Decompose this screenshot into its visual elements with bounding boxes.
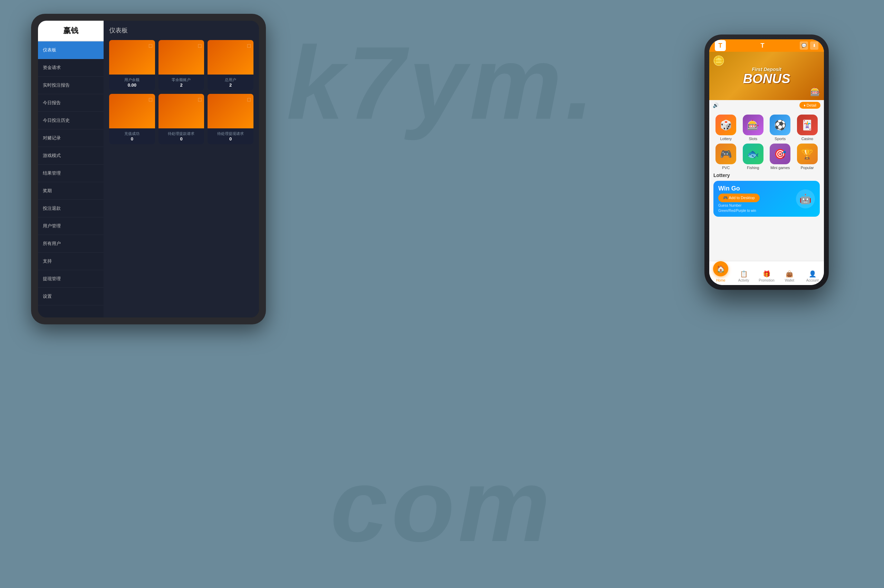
category-pvc[interactable]: 🎮 PVC: [713, 144, 739, 170]
lottery-icon: 🎲: [716, 115, 736, 135]
banner-chips-icon: 🎰: [810, 87, 821, 97]
sidebar-item-dashboard[interactable]: 仪表板: [38, 41, 104, 59]
card-orange-bg: [207, 94, 254, 128]
phone-status-bar: T T 💬 ⬇: [709, 39, 824, 52]
card-bottom: 零余额账户 2: [158, 75, 204, 90]
card-label: 待处理提款请求: [162, 131, 201, 136]
category-fishing[interactable]: 🐟 Fishing: [741, 144, 766, 170]
popular-icon: 🏆: [797, 144, 818, 164]
speaker-icon[interactable]: 🔊: [713, 102, 719, 108]
sidebar-item-today-history[interactable]: 今日投注历史: [38, 112, 104, 129]
wallet-label: Wallet: [785, 279, 794, 282]
promotion-label: Promotion: [759, 279, 774, 282]
slots-label: Slots: [749, 136, 757, 141]
wingo-title: Win Go: [718, 185, 760, 192]
nav-wallet[interactable]: 👜 Wallet: [778, 270, 801, 282]
card-value: 2: [162, 82, 201, 88]
category-popular[interactable]: 🏆 Popular: [795, 144, 820, 170]
casino-label: Casino: [801, 136, 813, 141]
phone-banner: 🪙 First Deposit BONUS 🎰: [709, 52, 824, 100]
card-value: 0.00: [113, 82, 152, 88]
category-lottery[interactable]: 🎲 Lottery: [713, 115, 739, 141]
card-bottom: 总用户 2: [207, 75, 254, 90]
card-bottom: 待处理提现请求 0: [207, 128, 254, 144]
sidebar-item-user-mgmt[interactable]: 用户管理: [38, 218, 104, 235]
mini-games-label: Mini games: [770, 166, 790, 170]
card-value: 2: [211, 82, 250, 88]
pvc-icon: 🎮: [716, 144, 736, 164]
nav-promotion[interactable]: 🎁 Promotion: [755, 270, 778, 282]
sidebar-item-settings[interactable]: 设置: [38, 288, 104, 305]
card-recharge-success: 充值成功 0: [109, 94, 155, 144]
category-mini[interactable]: 🎯 Mini games: [768, 144, 793, 170]
nav-activity[interactable]: 📋 Activity: [732, 270, 755, 282]
sidebar-item-all-users[interactable]: 所有用户: [38, 235, 104, 253]
card-value: 0: [113, 136, 152, 141]
card-zero-balance: 零余额账户 2: [158, 40, 204, 90]
sidebar-item-result-mgmt[interactable]: 结果管理: [38, 165, 104, 182]
mini-games-icon: 🎯: [770, 144, 791, 164]
detail-button[interactable]: ♦ Detail: [800, 102, 821, 109]
card-total-users: 总用户 2: [207, 40, 254, 90]
app-name: T: [761, 42, 765, 50]
lottery-section-title: Lottery: [713, 172, 820, 178]
tablet-main: 仪表板 用户余额 0.00 零余额账户 2: [104, 21, 259, 318]
phone: T T 💬 ⬇ 🪙 First Deposit BONUS 🎰 🔊 ♦ Deta…: [704, 34, 829, 290]
card-orange-bg: [109, 40, 155, 75]
sidebar-item-bet-record[interactable]: 对赌记录: [38, 129, 104, 147]
game-categories-row1: 🎲 Lottery 🎰 Slots ⚽ Sports 🃏 Casino: [712, 113, 821, 142]
game-categories-row2: 🎮 PVC 🐟 Fishing 🎯 Mini games 🏆 Popular: [712, 142, 821, 171]
card-pending-withdraw: 待处理提款请求 0: [158, 94, 204, 144]
banner-controls: 🔊 ♦ Detail: [709, 100, 824, 110]
banner-text: First Deposit BONUS: [743, 67, 790, 85]
card-orange-bg: [109, 94, 155, 128]
home-button-icon[interactable]: 🏠: [713, 261, 728, 276]
nav-account[interactable]: 👤 Account: [801, 270, 824, 282]
card-user-balance: 用户余额 0.00: [109, 40, 155, 90]
download-icon[interactable]: ⬇: [810, 41, 818, 50]
sidebar-item-realtime-report[interactable]: 实时投注报告: [38, 76, 104, 94]
lottery-wingo-card[interactable]: Win Go 🎮 Add to Desktop Guess Number Gre…: [713, 181, 820, 217]
lottery-label: Lottery: [720, 136, 732, 141]
lottery-section: Lottery Win Go 🎮 Add to Desktop Guess Nu…: [712, 171, 821, 218]
sidebar-item-bonus-period[interactable]: 奖期: [38, 182, 104, 200]
category-casino[interactable]: 🃏 Casino: [795, 115, 820, 141]
chat-icon[interactable]: 💬: [800, 41, 808, 50]
sidebar-item-funds[interactable]: 资金请求: [38, 59, 104, 76]
card-orange-bg: [158, 40, 204, 75]
dashboard-row2: 充值成功 0 待处理提款请求 0 待处理提现请求 0: [109, 94, 254, 144]
sidebar-item-withdraw-mgmt[interactable]: 提现管理: [38, 270, 104, 288]
tablet-main-title: 仪表板: [109, 26, 254, 34]
fishing-label: Fishing: [747, 166, 759, 170]
fishing-icon: 🐟: [743, 144, 764, 164]
lottery-sub1: Guess Number: [718, 204, 760, 207]
activity-icon: 📋: [740, 270, 747, 278]
add-desktop-button[interactable]: 🎮 Add to Desktop: [718, 194, 760, 202]
category-sports[interactable]: ⚽ Sports: [768, 115, 793, 141]
category-slots[interactable]: 🎰 Slots: [741, 115, 766, 141]
slots-icon: 🎰: [743, 115, 764, 135]
card-bottom: 用户余额 0.00: [109, 75, 155, 90]
banner-bonus-text: BONUS: [743, 72, 790, 85]
sidebar-item-today-report[interactable]: 今日报告: [38, 94, 104, 112]
tablet-sidebar: 赢钱 仪表板 资金请求 实时投注报告 今日报告 今日投注历史 对赌记录 游戏模式: [38, 21, 104, 318]
watermark-top: k7ym.: [287, 21, 598, 145]
phone-bottom-nav: 🏠 Home 📋 Activity 🎁 Promotion 👜 Wallet 👤…: [709, 261, 824, 285]
sidebar-item-game-mode[interactable]: 游戏模式: [38, 147, 104, 165]
account-icon: 👤: [809, 270, 816, 278]
card-label: 用户余额: [113, 77, 152, 82]
dashboard-row1: 用户余额 0.00 零余额账户 2 总用户 2: [109, 40, 254, 90]
casino-icon: 🃏: [797, 115, 818, 135]
pvc-label: PVC: [722, 166, 730, 170]
lottery-sub2: Green/Red/Purple to win: [718, 209, 760, 213]
lottery-bot-icon: 🤖: [796, 189, 815, 208]
account-label: Account: [806, 279, 819, 282]
sports-icon: ⚽: [770, 115, 791, 135]
nav-home[interactable]: 🏠 Home: [709, 261, 732, 282]
card-bottom: 待处理提款请求 0: [158, 128, 204, 144]
sidebar-item-bet-refund[interactable]: 投注退款: [38, 200, 104, 218]
sidebar-item-support[interactable]: 支持: [38, 253, 104, 270]
card-bottom: 充值成功 0: [109, 128, 155, 144]
phone-logo: T: [715, 40, 726, 51]
lottery-card-left: Win Go 🎮 Add to Desktop Guess Number Gre…: [718, 185, 760, 213]
